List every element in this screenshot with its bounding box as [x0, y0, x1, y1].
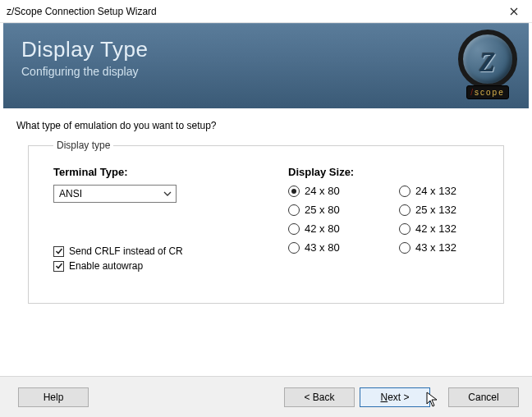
close-icon[interactable] [495, 0, 532, 22]
autowrap-label: Enable autowrap [69, 260, 143, 272]
radio-24x80[interactable]: 24 x 80 [288, 185, 371, 197]
terminal-type-label: Terminal Type: [53, 166, 242, 178]
wizard-content: What type of emulation do you want to se… [0, 108, 532, 304]
display-size-options: 24 x 80 24 x 132 25 x 80 25 x 132 [288, 185, 482, 254]
next-button[interactable]: Next > [360, 387, 430, 407]
radio-43x80[interactable]: 43 x 80 [288, 241, 371, 254]
checkbox-group: Send CRLF instead of CR Enable autowrap [53, 245, 242, 272]
radio-icon [288, 186, 300, 197]
help-button[interactable]: Help [18, 387, 89, 407]
logo-tag: /scope [466, 85, 508, 99]
logo-letter: z [480, 35, 496, 80]
prompt-text: What type of emulation do you want to se… [16, 120, 516, 131]
banner-text: Display Type Configuring the display [21, 38, 148, 78]
banner-title: Display Type [21, 38, 148, 62]
group-legend: Display type [53, 140, 113, 151]
banner-subtitle: Configuring the display [21, 65, 148, 78]
radio-25x80[interactable]: 25 x 80 [288, 204, 371, 216]
radio-24x132[interactable]: 24 x 132 [399, 185, 482, 197]
crlf-label: Send CRLF instead of CR [69, 245, 183, 257]
zscope-logo: z /scope [458, 30, 517, 99]
cancel-button[interactable]: Cancel [448, 387, 519, 407]
radio-42x132[interactable]: 42 x 132 [399, 222, 482, 235]
radio-icon [399, 186, 410, 197]
autowrap-checkbox[interactable] [53, 261, 64, 272]
crlf-checkbox-row[interactable]: Send CRLF instead of CR [53, 245, 242, 257]
radio-icon [288, 223, 300, 235]
chevron-down-icon [161, 191, 174, 196]
display-size-column: Display Size: 24 x 80 24 x 132 25 x 80 [288, 166, 482, 275]
display-size-label: Display Size: [288, 166, 482, 178]
back-button[interactable]: < Back [284, 387, 355, 407]
terminal-type-value: ANSI [59, 188, 82, 199]
wizard-footer: Help < Back Next > Cancel [0, 376, 532, 417]
radio-43x132[interactable]: 43 x 132 [399, 241, 482, 254]
radio-icon [288, 204, 300, 216]
titlebar: z/Scope Connection Setup Wizard [0, 0, 532, 23]
window-title: z/Scope Connection Setup Wizard [7, 6, 157, 17]
radio-icon [288, 242, 300, 254]
autowrap-checkbox-row[interactable]: Enable autowrap [53, 260, 242, 272]
radio-icon [399, 223, 410, 235]
window-controls [495, 0, 532, 22]
radio-42x80[interactable]: 42 x 80 [288, 222, 371, 235]
logo-ring: z [458, 30, 517, 89]
crlf-checkbox[interactable] [53, 246, 64, 257]
radio-icon [399, 242, 410, 254]
display-type-group: Display type Terminal Type: ANSI Se [28, 140, 504, 304]
radio-icon [399, 204, 410, 216]
terminal-column: Terminal Type: ANSI Send CRLF instead of… [53, 166, 242, 275]
radio-25x132[interactable]: 25 x 132 [399, 204, 482, 216]
terminal-type-select[interactable]: ANSI [53, 185, 177, 203]
wizard-banner: Display Type Configuring the display z /… [3, 23, 529, 108]
